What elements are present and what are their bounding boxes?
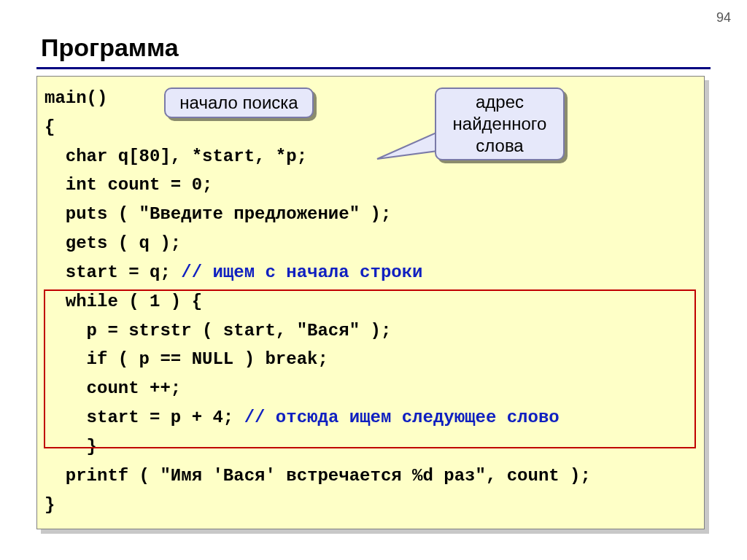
code-line: {: [44, 117, 55, 137]
code-line: main(): [44, 88, 107, 108]
title-rule: [36, 67, 711, 69]
callout-text-line: адрес: [476, 91, 524, 113]
callout-start-search: начало поиска: [164, 88, 314, 118]
code-line: gets ( q );: [44, 233, 181, 253]
callout-text-line: слова: [476, 135, 523, 157]
highlight-box: [44, 289, 696, 448]
callout-address: адрес найденного слова: [435, 88, 565, 160]
code-comment: // ищем с начала строки: [181, 262, 422, 282]
page-number: 94: [716, 10, 731, 26]
callout-text: начало поиска: [179, 92, 298, 114]
page-title: Программа: [41, 34, 179, 62]
code-line: int count = 0;: [44, 175, 212, 195]
code-line: printf ( "Имя 'Вася' встречается %d раз"…: [44, 466, 591, 486]
code-line: start = q;: [44, 262, 181, 282]
callout-text-line: найденного: [453, 113, 547, 135]
code-line: puts ( "Введите предложение" );: [44, 204, 391, 224]
code-line: char q[80], *start, *p;: [44, 147, 307, 166]
code-line: }: [44, 495, 55, 515]
slide: 94 Программа main() { char q[80], *start…: [0, 0, 747, 560]
